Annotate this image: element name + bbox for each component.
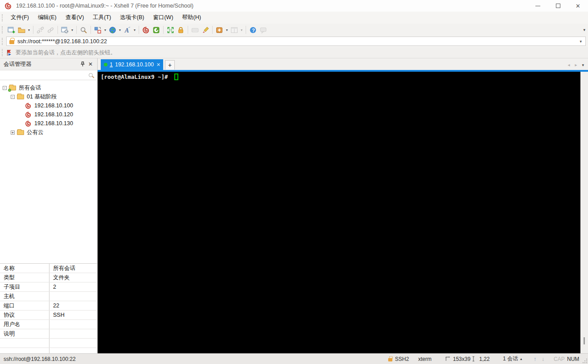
terminal-prompt: [root@AlmaLinux9 ~]# [101,74,171,80]
toolbar-separator [188,26,188,34]
session-search-input[interactable] [3,72,89,78]
toolbar: ▾ ▾ [0,24,588,36]
minimize-icon [535,6,540,6]
menu-bar: 文件(F) 编辑(E) 查看(V) 工具(T) 选项卡(B) 窗口(W) 帮助(… [0,12,588,24]
address-bar: ssh://root:******@192.168.10.100:22 ▾ [0,36,588,47]
close-panel-button[interactable]: ✕ [86,60,95,68]
reconnect-button [45,25,56,35]
web-browser-button[interactable] [107,25,118,35]
terminal-scrollbar[interactable] [580,72,588,353]
open-session-dropdown[interactable]: ▾ [27,28,31,32]
tree-item-folder-base[interactable]: - 01 基础阶段 [0,92,97,101]
address-field[interactable]: ssh://root:******@192.168.10.100:22 ▾ [6,37,586,46]
window-layout-dropdown[interactable]: ▾ [103,28,107,32]
tree-item-label[interactable]: 01 基础阶段 [27,93,57,101]
session-properties-dropdown[interactable]: ▾ [70,28,74,32]
tile-windows-button [229,25,239,35]
new-terminal-tab-dropdown[interactable]: ▾ [225,28,229,32]
property-label: 类型 [0,274,49,282]
maximize-button[interactable] [548,0,568,12]
session-properties-button[interactable] [60,25,70,35]
feedback-chat-icon [259,26,267,34]
status-terminal-type: xterm [418,354,432,364]
tree-item-label[interactable]: 192.168.10.130 [34,120,73,127]
menu-view[interactable]: 查看(V) [61,12,89,23]
collapse-icon[interactable]: - [3,86,7,90]
tree-item-session-100[interactable]: 192.168.10.100 [0,101,97,110]
toolbar-separator [163,26,164,34]
screen-size-value: 153x39 [453,356,470,362]
highlight-button[interactable] [200,25,210,35]
new-tab-button[interactable]: + [165,60,175,70]
tree-item-label[interactable]: 公有云 [27,129,44,136]
tab-number: 1 [110,61,113,68]
expand-icon[interactable]: + [11,131,15,135]
open-session-button[interactable] [16,25,27,35]
pin-panel-button[interactable] [78,60,86,68]
tree-item-folder-cloud[interactable]: + 公有云 [0,128,97,137]
tile-windows-dropdown[interactable]: ▾ [239,28,244,32]
find-button[interactable] [78,25,89,35]
xftp-launch-button[interactable] [151,25,161,35]
property-row: 主机 [0,292,97,301]
minimize-button[interactable] [528,0,548,12]
menu-help[interactable]: 帮助(H) [178,12,206,23]
close-button[interactable]: ✕ [568,0,588,12]
scroll-down-button[interactable]: ↓ [542,354,544,364]
info-flag-icon [6,49,12,56]
resize-grip[interactable] [583,359,587,363]
tree-item-label[interactable]: 192.168.10.120 [34,111,73,118]
tree-item-label[interactable]: 192.168.10.100 [34,102,73,109]
appearance-dropdown[interactable]: ▾ [132,28,137,32]
property-row: 名称所有会话 [0,264,97,273]
tree-item-session-130[interactable]: 192.168.10.130 [0,119,97,128]
tab-scroll-left-button[interactable]: ◂ [567,62,570,67]
menu-edit[interactable]: 编辑(E) [33,12,61,23]
svg-text:?: ? [252,27,255,33]
new-terminal-tab-button[interactable] [214,25,225,35]
xshell-launch-button[interactable] [141,25,151,35]
menu-window[interactable]: 窗口(W) [148,12,177,23]
sessions-root-folder-icon [9,85,16,91]
fullscreen-button[interactable] [165,25,176,35]
address-lock-icon [9,40,14,44]
property-row-empty [0,339,97,348]
help-button[interactable]: ? [248,25,258,35]
close-icon: ✕ [88,61,93,67]
menu-file[interactable]: 文件(F) [6,12,33,23]
terminal-content: 1 192.168.10.100 ✕ + ◂ ▸ ▾ [root@AlmaLin… [98,58,588,353]
tab-list-dropdown[interactable]: ▾ [582,63,584,67]
property-value: 2 [49,284,97,290]
appearance-button[interactable]: A [122,25,132,35]
menubar-grip[interactable] [2,14,4,21]
tree-item-all-sessions[interactable]: - 所有会话 [0,83,97,92]
new-session-button[interactable] [6,25,16,35]
maximize-icon [556,4,560,8]
addressbar-grip[interactable] [2,38,4,45]
toolbar-grip[interactable] [2,26,4,33]
tab-session-active[interactable]: 1 192.168.10.100 ✕ [101,59,163,70]
terminal-screen[interactable]: [root@AlmaLinux9 ~]# [98,72,588,353]
menu-tools[interactable]: 工具(T) [88,12,115,23]
tree-item-session-120[interactable]: 192.168.10.120 [0,110,97,119]
address-dropdown[interactable]: ▾ [579,39,583,44]
session-search-box[interactable] [0,70,97,80]
session-count-button[interactable]: 1 会话 ▴ [503,354,522,364]
xshell-logo-icon [142,26,150,34]
terminal-cursor [174,74,178,80]
address-value[interactable]: ssh://root:******@192.168.10.100:22 [17,38,579,45]
session-properties-icon [61,26,69,34]
tab-close-button[interactable]: ✕ [156,62,161,68]
scrollbar-thumb[interactable] [584,337,585,344]
caps-lock-indicator: CAP [554,354,565,364]
xshell-session-icon [25,102,32,109]
web-browser-dropdown[interactable]: ▾ [118,28,122,32]
tab-scroll-right-button[interactable]: ▸ [575,62,577,67]
toolbar-overflow-button[interactable]: ▾ [583,28,585,32]
menu-tabs[interactable]: 选项卡(B) [115,12,148,23]
lock-screen-button[interactable] [176,25,186,35]
collapse-icon[interactable]: - [11,95,15,99]
scroll-up-button[interactable]: ↑ [534,354,536,364]
window-layout-button[interactable] [93,25,103,35]
tree-item-label[interactable]: 所有会话 [19,84,41,92]
